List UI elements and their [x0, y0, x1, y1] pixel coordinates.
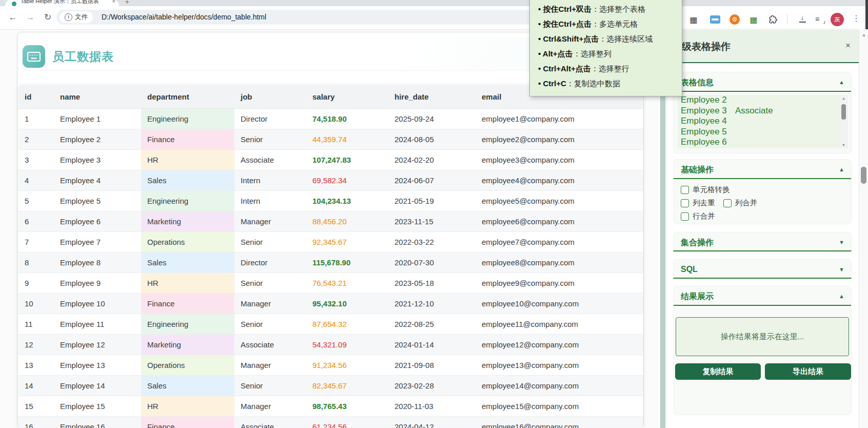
- table-cell[interactable]: 9: [18, 273, 54, 294]
- table-cell[interactable]: Employee 14: [54, 376, 141, 396]
- table-row[interactable]: 1Employee 1EngineeringDirector74,518.902…: [18, 109, 643, 129]
- table-cell[interactable]: employee11@company.com: [476, 314, 643, 335]
- checkbox[interactable]: [723, 199, 732, 207]
- scrollbar-thumb[interactable]: [861, 167, 866, 184]
- collapse-arrow-icon[interactable]: ▲: [839, 166, 844, 172]
- table-row[interactable]: 3Employee 3HRAssociate107,247.832024-02-…: [18, 150, 643, 170]
- table-cell[interactable]: 2021-05-19: [388, 191, 476, 211]
- browser-menu-icon[interactable]: ⋮: [852, 13, 860, 23]
- table-cell[interactable]: employee10@company.com: [476, 294, 643, 314]
- table-cell[interactable]: 13: [18, 355, 54, 376]
- list-item[interactable]: Employee 4: [678, 116, 848, 127]
- table-cell[interactable]: 61,234.56: [306, 417, 388, 428]
- table-cell[interactable]: 2: [18, 129, 54, 150]
- media-controls-icon[interactable]: ≡ ♪: [815, 15, 826, 24]
- list-scrollbar[interactable]: ▲ ▼: [840, 96, 847, 147]
- table-cell[interactable]: employee15@company.com: [476, 396, 643, 417]
- list-item[interactable]: Employee 5: [678, 127, 848, 138]
- table-cell[interactable]: employee14@company.com: [476, 376, 643, 396]
- table-cell[interactable]: 95,432.10: [306, 294, 388, 314]
- table-cell[interactable]: 44,359.74: [306, 129, 388, 150]
- table-cell[interactable]: Employee 5: [54, 191, 141, 211]
- section-title[interactable]: 基础操作: [681, 165, 714, 176]
- url-text[interactable]: D:/Workspace/ai/table-helper/docs/demo_t…: [102, 10, 266, 25]
- table-cell[interactable]: employee4@company.com: [476, 170, 643, 191]
- table-cell[interactable]: Employee 3: [54, 150, 141, 170]
- table-cell[interactable]: Employee 7: [54, 232, 141, 252]
- reload-icon[interactable]: ↻: [41, 11, 54, 24]
- table-cell[interactable]: Manager: [234, 396, 306, 417]
- table-cell[interactable]: 2024-08-05: [388, 129, 476, 150]
- collapse-arrow-icon[interactable]: ▼: [839, 239, 844, 245]
- table-cell[interactable]: 76,543.21: [306, 273, 388, 294]
- list-item[interactable]: Employee 3Associate: [678, 106, 848, 116]
- section-title[interactable]: 结果展示: [681, 291, 714, 302]
- table-cell[interactable]: Finance: [141, 417, 234, 428]
- table-cell[interactable]: 74,518.90: [306, 109, 388, 129]
- scrollbar-thumb[interactable]: [841, 104, 846, 120]
- collapse-arrow-icon[interactable]: ▲: [839, 293, 844, 299]
- table-cell[interactable]: Employee 12: [54, 335, 141, 355]
- table-cell[interactable]: 6: [18, 211, 54, 232]
- table-cell[interactable]: Senior: [234, 314, 306, 335]
- checkbox-option[interactable]: 行合并: [681, 211, 715, 221]
- table-cell[interactable]: 3: [18, 150, 54, 170]
- page-scrollbar[interactable]: ▲: [859, 29, 868, 428]
- table-cell[interactable]: Director: [234, 109, 306, 129]
- table-cell[interactable]: employee12@company.com: [476, 335, 643, 355]
- table-cell[interactable]: Senior: [234, 129, 306, 150]
- table-cell[interactable]: 16: [18, 417, 54, 428]
- table-cell[interactable]: 2024-02-20: [388, 150, 476, 170]
- extensions-puzzle-icon[interactable]: [767, 14, 779, 25]
- table-cell[interactable]: 8: [18, 252, 54, 273]
- table-cell[interactable]: 2021-12-10: [388, 294, 476, 314]
- table-cell[interactable]: 11: [18, 314, 54, 335]
- table-cell[interactable]: Senior: [234, 273, 306, 294]
- table-row[interactable]: 7Employee 7OperationsSenior92,345.672022…: [18, 232, 643, 252]
- downloads-icon[interactable]: ↓: [797, 14, 808, 25]
- back-icon[interactable]: ←: [6, 11, 19, 24]
- table-cell[interactable]: employee8@company.com: [476, 252, 643, 273]
- table-cell[interactable]: Marketing: [141, 211, 234, 232]
- table-row[interactable]: 6Employee 6MarketingManager88,456.202023…: [18, 211, 643, 232]
- table-row[interactable]: 5Employee 5EngineeringIntern104,234.1320…: [18, 191, 643, 211]
- table-cell[interactable]: Manager: [234, 211, 306, 232]
- table-cell[interactable]: 2021-09-08: [388, 355, 476, 376]
- table-cell[interactable]: 91,234.56: [306, 355, 388, 376]
- table-cell[interactable]: Operations: [141, 232, 234, 252]
- table-row[interactable]: 15Employee 15HRManager98,765.432020-11-0…: [18, 396, 643, 417]
- table-cell[interactable]: Employee 13: [54, 355, 141, 376]
- checkbox[interactable]: [681, 199, 689, 207]
- scheme-chip[interactable]: i 文件: [60, 11, 93, 23]
- table-cell[interactable]: 2020-07-30: [388, 252, 476, 273]
- table-cell[interactable]: 2024-06-07: [388, 170, 476, 191]
- table-cell[interactable]: HR: [141, 150, 234, 170]
- export-results-button[interactable]: 导出结果: [765, 363, 851, 380]
- scroll-up-icon[interactable]: ▲: [840, 96, 847, 100]
- table-cell[interactable]: 7: [18, 232, 54, 252]
- table-cell[interactable]: Senior: [234, 376, 306, 396]
- table-cell[interactable]: employee9@company.com: [476, 273, 643, 294]
- tab-close-icon[interactable]: ×: [112, 0, 115, 4]
- table-cell[interactable]: Sales: [141, 170, 234, 191]
- table-cell[interactable]: Sales: [141, 376, 234, 396]
- table-cell[interactable]: 2024-04-12: [388, 417, 476, 428]
- table-cell[interactable]: 12: [18, 335, 54, 355]
- table-row[interactable]: 16Employee 16FinanceAssociate61,234.5620…: [18, 417, 643, 428]
- table-cell[interactable]: Employee 1: [54, 109, 141, 129]
- table-cell[interactable]: Director: [234, 252, 306, 273]
- info-icon[interactable]: i: [65, 13, 72, 21]
- collapse-arrow-icon[interactable]: ▼: [839, 266, 844, 273]
- column-header-id[interactable]: id: [18, 85, 54, 109]
- table-cell[interactable]: 4: [18, 170, 54, 191]
- table-cell[interactable]: employee7@company.com: [476, 232, 643, 252]
- table-cell[interactable]: 14: [18, 376, 54, 396]
- table-row[interactable]: 9Employee 9HRSenior76,543.212023-05-18em…: [18, 273, 643, 294]
- section-title[interactable]: 表格信息: [681, 77, 714, 88]
- checkbox-option[interactable]: 列合并: [723, 198, 758, 208]
- table-cell[interactable]: employee2@company.com: [476, 129, 643, 150]
- table-cell[interactable]: Marketing: [141, 335, 234, 355]
- table-cell[interactable]: Employee 2: [54, 129, 141, 150]
- table-row[interactable]: 4Employee 4SalesIntern69,582.342024-06-0…: [18, 170, 643, 191]
- checkbox-option[interactable]: 单元格转换: [681, 185, 730, 194]
